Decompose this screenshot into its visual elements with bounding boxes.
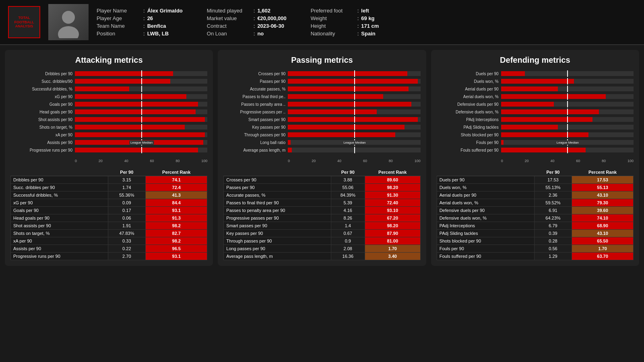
league-median-line bbox=[141, 78, 142, 84]
table-cell-metric: Duels won, % bbox=[437, 184, 534, 191]
table-cell-per90: 0.06 bbox=[108, 214, 146, 222]
chart-row: Duels won, % bbox=[437, 78, 634, 84]
weight-label: Weight bbox=[311, 15, 355, 21]
chart-bar-container bbox=[501, 132, 634, 137]
table-cell-metric: Aerial duels won, % bbox=[437, 199, 534, 207]
attacking-panel: Attacking metrics Dribbles per 90Succ. d… bbox=[5, 50, 213, 266]
logo-line2: FOOTBALL bbox=[14, 20, 34, 25]
chart-row-label: xA per 90 bbox=[10, 133, 75, 137]
chart-bar-container bbox=[288, 71, 420, 76]
table-row: Key passes per 900.6787.90 bbox=[224, 230, 420, 237]
main-content: Attacking metrics Dribbles per 90Succ. d… bbox=[0, 45, 644, 271]
table-cell-rank: 84.4 bbox=[146, 199, 207, 207]
chart-bar-container bbox=[501, 79, 634, 84]
chart-bar bbox=[288, 125, 405, 130]
player-photo bbox=[48, 4, 89, 40]
league-median-line bbox=[354, 124, 355, 130]
table-row: Fouls per 900.561.70 bbox=[437, 245, 633, 253]
preferred-foot-label: Preferred foot bbox=[311, 8, 355, 14]
team-name-row: Team Name : Benfica bbox=[97, 23, 183, 29]
table-cell-rank: 1.70 bbox=[365, 245, 420, 253]
table-cell-metric: Defensive duels per 90 bbox=[437, 207, 534, 214]
passing-col-metric bbox=[224, 169, 331, 176]
table-cell-metric: Dribbles per 90 bbox=[11, 176, 108, 184]
table-row: xA per 900.3398.2 bbox=[11, 237, 207, 245]
table-cell-rank: 89.60 bbox=[365, 176, 420, 184]
table-cell-metric: Fouls per 90 bbox=[437, 245, 534, 253]
chart-row: Goals per 90 bbox=[10, 101, 207, 107]
logo: TOTAL FOOTBALL ANALYSIS bbox=[8, 6, 40, 38]
league-median-line bbox=[567, 101, 568, 107]
table-cell-rank: 93.1 bbox=[146, 253, 207, 260]
league-median-line bbox=[141, 101, 142, 107]
table-cell-metric: xA per 90 bbox=[11, 237, 108, 245]
table-cell-metric: Progressive runs per 90 bbox=[11, 253, 108, 260]
table-cell-per90: 0.39 bbox=[534, 230, 572, 237]
chart-row: Through passes per 90 bbox=[223, 132, 420, 138]
table-row: Crosses per 903.8889.60 bbox=[224, 176, 420, 184]
table-cell-metric: xG per 90 bbox=[11, 199, 108, 207]
market-value-label: Market value bbox=[207, 15, 251, 21]
table-cell-per90: 1.91 bbox=[108, 222, 146, 230]
position-label: Position bbox=[97, 31, 141, 37]
nationality-label: Nationality bbox=[311, 31, 355, 37]
position-value: LWB, LB bbox=[147, 31, 169, 37]
table-cell-rank: 72.40 bbox=[365, 199, 420, 207]
chart-bar-container bbox=[288, 79, 420, 84]
player-info: Player Name : Álex Grimaldo Player Age :… bbox=[97, 8, 636, 37]
table-row: Dribbles per 903.1574.1 bbox=[11, 176, 207, 184]
table-row: Successful dribbles, %55.36%41.3 bbox=[11, 191, 207, 199]
table-row: Head goals per 900.0691.3 bbox=[11, 214, 207, 222]
chart-bar bbox=[501, 71, 525, 76]
chart-row: Assists per 90 bbox=[10, 139, 207, 146]
table-cell-metric: Passes to final third per 90 bbox=[224, 199, 331, 207]
table-cell-per90: 0.9 bbox=[331, 237, 365, 245]
chart-row-label: Successful dribbles, % bbox=[10, 87, 75, 91]
table-cell-per90: 0.56 bbox=[534, 245, 572, 253]
chart-bar-container bbox=[75, 79, 207, 84]
chart-bar bbox=[75, 132, 205, 137]
table-cell-metric: Passes per 90 bbox=[224, 184, 331, 191]
contract-label: Contract bbox=[207, 23, 251, 29]
svg-point-0 bbox=[62, 11, 75, 24]
league-median-line bbox=[141, 93, 142, 100]
table-cell-per90: 4.16 bbox=[331, 207, 365, 214]
defending-col-rank: Percent Rank bbox=[572, 169, 634, 176]
chart-bar bbox=[501, 117, 592, 122]
player-silhouette bbox=[52, 6, 85, 38]
chart-row: Long ball ratio bbox=[223, 139, 420, 146]
info-col-3: Preferred foot : left Weight : 69 kg Hei… bbox=[311, 8, 379, 37]
player-name-row: Player Name : Álex Grimaldo bbox=[97, 8, 183, 14]
table-cell-rank: 72.4 bbox=[146, 184, 207, 191]
table-cell-per90: 0.33 bbox=[108, 237, 146, 245]
table-cell-per90: 0.22 bbox=[108, 245, 146, 253]
table-cell-per90: 8.26 bbox=[331, 214, 365, 222]
table-row: Progressive runs per 902.7093.1 bbox=[11, 253, 207, 260]
chart-row: Fouls per 90 bbox=[437, 139, 634, 146]
chart-row: Average pass length, mLeague Median bbox=[223, 147, 420, 153]
info-col-2: Minuted played : 1,602 Market value : €2… bbox=[207, 8, 287, 37]
chart-bar-container bbox=[501, 71, 634, 76]
chart-row: Smart passes per 90 bbox=[223, 116, 420, 123]
chart-row: Head goals per 90 bbox=[10, 109, 207, 115]
table-row: Passes per 9055.0698.20 bbox=[224, 184, 420, 191]
chart-bar-container bbox=[501, 94, 634, 99]
chart-bar bbox=[288, 86, 409, 91]
passing-table: Per 90 Percent Rank Crosses per 903.8889… bbox=[223, 169, 420, 260]
table-cell-rank: 74.1 bbox=[146, 176, 207, 184]
league-median-line: League Median bbox=[141, 147, 142, 153]
table-cell-per90: 64.23% bbox=[534, 214, 572, 222]
chart-bar-container bbox=[501, 102, 634, 107]
table-row: Shot assists per 901.9198.2 bbox=[11, 222, 207, 230]
chart-bar bbox=[75, 109, 196, 114]
player-age-label: Player Age bbox=[97, 15, 141, 21]
chart-bar-container: League Median bbox=[75, 148, 207, 152]
table-cell-rank: 74.10 bbox=[572, 214, 634, 222]
chart-bar bbox=[501, 132, 588, 137]
table-row: Aerial duels won, %59.52%79.30 bbox=[437, 199, 633, 207]
defending-panel: Defending metrics Duels per 90Duels won,… bbox=[431, 50, 639, 266]
chart-row-label: Fouls suffered per 90 bbox=[437, 148, 501, 152]
table-row: Duels per 9017.5317.53 bbox=[437, 176, 633, 184]
on-loan-label: On Loan bbox=[207, 31, 251, 37]
chart-bar bbox=[75, 125, 185, 130]
